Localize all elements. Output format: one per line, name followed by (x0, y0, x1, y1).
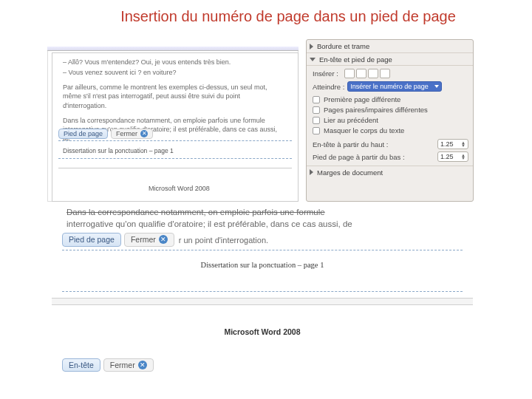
insert-num-pages-icon[interactable] (356, 69, 366, 78)
palette-section-bordure[interactable]: Bordure et trame (307, 40, 473, 52)
section-label: Bordure et trame (317, 42, 369, 50)
page-break-gap (52, 298, 473, 305)
footer-text: Dissertation sur la ponctuation – page 1 (58, 141, 292, 159)
checkbox-odd-even-different[interactable] (313, 106, 320, 114)
close-header-button[interactable]: Fermer ✕ (103, 358, 154, 372)
body-trail: r un point d'interrogation. (174, 233, 268, 246)
section-label: En-tête et pied de page (319, 55, 392, 64)
header-from-top-label: En-tête à partir du haut : (313, 140, 388, 149)
section-label: Marges de document (317, 168, 383, 177)
option-label: Première page différente (324, 95, 400, 103)
option-label: Lier au précédent (324, 116, 378, 124)
checkbox-hide-body[interactable] (313, 127, 320, 134)
footer-from-bottom-label: Pied de page à partir du bas : (313, 153, 405, 161)
option-label: Masquer le corps du texte (324, 126, 404, 134)
footer-boundary (62, 291, 463, 292)
stepper-arrows-icon: ▲▼ (461, 141, 466, 147)
header-footer-panel: Insérer : Atteindre : Insérer le numéro … (307, 65, 473, 166)
chevron-down-icon (434, 85, 439, 88)
header-region-tab[interactable]: En-tête (62, 358, 100, 372)
close-icon: ✕ (138, 361, 147, 369)
footer-region-tab[interactable]: Pied de page (58, 129, 108, 139)
footer-edit-zone[interactable]: Dissertation sur la ponctuation – page 1 (58, 140, 292, 168)
close-label: Fermer (131, 235, 156, 244)
footer-text[interactable]: Dissertation sur la ponctuation – page 1 (44, 261, 480, 269)
palette-section-header-footer[interactable]: En-tête et pied de page (307, 52, 473, 65)
body-text: – Vous venez souvent ici ? en voiture? (63, 68, 284, 77)
checkbox-link-previous[interactable] (313, 117, 320, 124)
goto-label: Atteindre : (313, 83, 344, 91)
ruler (47, 47, 299, 51)
body-text: Par ailleurs, comme le montrent les exem… (63, 83, 284, 109)
header-brand-text: Microsoft Word 2008 (149, 185, 210, 192)
close-label: Fermer (110, 361, 135, 369)
body-text: Dans la correspondance notamment, on emp… (44, 206, 480, 218)
close-icon: ✕ (140, 130, 148, 137)
body-text: interrogative qu'on qualifie d'oratoire;… (44, 218, 480, 230)
close-icon: ✕ (159, 235, 168, 244)
slide-title: Insertion du numéro de page dans un pied… (0, 0, 532, 30)
close-footer-button[interactable]: Fermer ✕ (111, 129, 153, 139)
chevron-right-icon (310, 169, 313, 175)
insert-page-number-icon[interactable] (344, 69, 355, 78)
insert-date-icon[interactable] (368, 69, 378, 78)
insert-time-icon[interactable] (380, 69, 390, 78)
close-label: Fermer (116, 130, 137, 137)
insert-label: Insérer : (313, 69, 338, 78)
dropdown-value: Insérer le numéro de page (350, 83, 429, 90)
checkbox-first-page-different[interactable] (313, 96, 320, 103)
footer-controls: Pied de page Fermer ✕ (58, 129, 153, 139)
footer-region-tab[interactable]: Pied de page (62, 233, 121, 246)
header-controls: En-tête Fermer ✕ (62, 358, 480, 372)
chevron-down-icon (310, 58, 316, 61)
struck-text: Dans la correspondance notamment, on emp… (66, 208, 325, 216)
body-text: – Allô? Vous m'entendez? Oui, je vous en… (63, 58, 284, 66)
formatting-palette: Bordure et trame En-tête et pied de page… (306, 39, 474, 202)
palette-section-marges[interactable]: Marges de document (307, 166, 473, 178)
footer-controls: Pied de page Fermer ✕ r un point d'inter… (62, 233, 480, 246)
page: – Allô? Vous m'entendez? Oui, je vous en… (52, 52, 299, 202)
stepper-value: 1.25 (440, 153, 454, 160)
option-label: Pages paires/impaires différentes (324, 106, 428, 114)
word-doc-top: – Allô? Vous m'entendez? Oui, je vous en… (47, 47, 299, 202)
close-footer-button[interactable]: Fermer ✕ (124, 233, 174, 246)
screenshot-canvas: – Allô? Vous m'entendez? Oui, je vous en… (0, 30, 532, 381)
footer-from-bottom-stepper[interactable]: 1.25 ▲▼ (437, 151, 468, 162)
word-doc-bottom: Dans la correspondance notamment, on emp… (44, 206, 480, 382)
header-from-top-stepper[interactable]: 1.25 ▲▼ (437, 139, 468, 149)
header-brand-text: Microsoft Word 2008 (44, 327, 480, 336)
footer-boundary (62, 250, 463, 250)
stepper-arrows-icon: ▲▼ (461, 154, 466, 160)
insert-dropdown[interactable]: Insérer le numéro de page (347, 81, 442, 92)
stepper-value: 1.25 (440, 140, 454, 148)
chevron-right-icon (310, 44, 313, 50)
